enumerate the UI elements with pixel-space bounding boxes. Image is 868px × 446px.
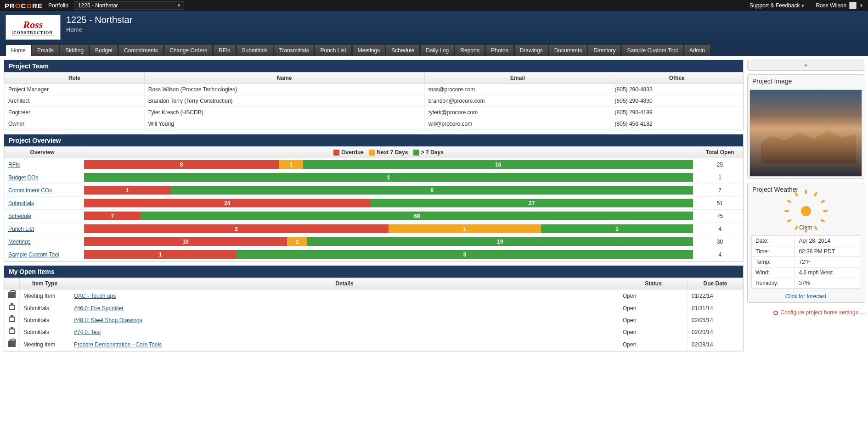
status-bar: 13 [84, 250, 693, 259]
status-bar: 2427 [84, 199, 693, 207]
open-items-header: My Open Items [4, 266, 743, 278]
topbar: PROCORE Portfolio 1225 - Northstar Suppo… [0, 0, 868, 11]
tab-schedule[interactable]: Schedule [386, 45, 420, 56]
tab-reports[interactable]: Reports [455, 45, 485, 56]
project-image-header: Project Image [748, 75, 864, 88]
tab-transmittals[interactable]: Transmittals [274, 45, 315, 56]
open-item-link[interactable]: #74.0: Test [74, 329, 101, 335]
overview-row: Submittals242751 [5, 197, 743, 210]
status-bar: 10119 [84, 237, 693, 246]
tab-admin[interactable]: Admin [684, 45, 710, 56]
user-menu[interactable]: Ross Wilson [810, 2, 847, 9]
open-item-link[interactable]: OAC - Touch ups [74, 293, 116, 299]
meeting-icon [8, 292, 16, 298]
tab-documents[interactable]: Documents [549, 45, 588, 56]
project-overview-panel: Project Overview Overview Overdue Next 7… [4, 134, 744, 262]
avatar[interactable] [849, 2, 857, 9]
tab-budget[interactable]: Budget [90, 45, 118, 56]
table-row: EngineerTyler Kresch (HSCDB)tylerk@proco… [5, 107, 743, 118]
overview-row: Schedule76875 [5, 210, 743, 223]
submittal-icon [9, 305, 15, 310]
overview-link[interactable]: Punch List [8, 226, 34, 232]
overview-row: Budget COs11 [5, 171, 743, 184]
overview-row: Commitment COs167 [5, 184, 743, 197]
tab-change-orders[interactable]: Change Orders [164, 45, 213, 56]
page-title: 1225 - Northstar [66, 15, 133, 25]
tab-emails[interactable]: Emails [32, 45, 59, 56]
submittal-icon [9, 329, 15, 334]
project-team-header: Project Team [4, 60, 743, 72]
main-tabs: HomeEmailsBiddingBudgetCommitmentsChange… [6, 45, 862, 56]
tab-submittals[interactable]: Submittals [237, 45, 273, 56]
legend-gt7-icon [413, 150, 419, 156]
overview-link[interactable]: Meetings [8, 239, 31, 245]
support-feedback-menu[interactable]: Support & Feedback▼ [744, 2, 810, 9]
open-item-row: Submittals#46.0: Fire SprinklerOpen01/31… [5, 302, 743, 314]
status-bar: 1 [84, 173, 693, 182]
tab-rfis[interactable]: RFIs [213, 45, 236, 56]
app-logo: PROCORE [5, 2, 43, 10]
open-item-link[interactable]: #46.0: Fire Sprinkler [74, 305, 124, 312]
chevron-down-icon: ▼ [800, 4, 805, 8]
forecast-link[interactable]: Click for forecast [748, 290, 864, 302]
status-bar: 211 [84, 224, 693, 233]
open-item-row: Meeting ItemOAC - Touch upsOpen01/22/14 [5, 290, 743, 302]
status-bar: 16 [84, 186, 693, 195]
open-item-link[interactable]: Procore Demonstration - Core Tools [74, 341, 162, 348]
project-weather-panel: Project Weather Clear Date:Apr 28, 2014T… [747, 183, 864, 303]
user-menu-chevron-icon[interactable]: ▼ [859, 3, 863, 8]
project-team-panel: Project Team RoleNameEmailOffice Project… [4, 60, 744, 130]
portfolio-link[interactable]: Portfolio [43, 2, 74, 9]
project-image[interactable] [750, 89, 862, 177]
total-open-col: Total Open [697, 147, 743, 158]
overview-row: RFIs811625 [5, 158, 743, 171]
overview-col: Overview [5, 147, 80, 158]
overview-link[interactable]: Budget COs [8, 174, 38, 181]
project-selector-value: 1225 - Northstar [78, 2, 118, 9]
legend-overdue-icon [333, 150, 339, 156]
project-overview-table: Overview Overdue Next 7 Days > 7 Days [4, 146, 743, 261]
open-item-link[interactable]: #48.0: Steel Shop Drawings [74, 317, 142, 323]
sidebar-collapse-button[interactable]: » [747, 60, 864, 71]
tab-directory[interactable]: Directory [588, 45, 621, 56]
configure-home-link[interactable]: Configure project home settings ... [747, 307, 864, 318]
tab-commitments[interactable]: Commitments [118, 45, 163, 56]
project-overview-header: Project Overview [4, 134, 743, 146]
overview-legend-col: Overdue Next 7 Days > 7 Days [80, 147, 697, 158]
table-row: ArchitectBrandon Terry (Terry Constructi… [5, 95, 743, 107]
project-team-table: RoleNameEmailOffice Project ManagerRoss … [4, 72, 743, 130]
overview-row: Sample Custom Tool134 [5, 248, 743, 261]
tab-meetings[interactable]: Meetings [352, 45, 386, 56]
gear-icon [773, 311, 778, 315]
open-item-row: Meeting ItemProcore Demonstration - Core… [5, 338, 743, 351]
meeting-icon [8, 340, 16, 347]
open-item-row: Submittals#48.0: Steel Shop DrawingsOpen… [5, 314, 743, 326]
table-row: Project ManagerRoss Wilson (Procore Tech… [5, 84, 743, 95]
weather-table: Date:Apr 28, 2014Time:02:36 PM PDTTemp:7… [751, 235, 860, 289]
tab-photos[interactable]: Photos [485, 45, 513, 56]
overview-link[interactable]: RFIs [8, 162, 20, 168]
overview-link[interactable]: Submittals [8, 200, 34, 206]
legend-next7-icon [369, 150, 375, 156]
overview-link[interactable]: Schedule [8, 213, 31, 219]
tab-daily-log[interactable]: Daily Log [420, 45, 454, 56]
open-items-panel: My Open Items Item TypeDetailsStatusDue … [4, 265, 744, 351]
table-row: OwnerWill Youngwill@procore.com(805) 456… [5, 118, 743, 130]
overview-row: Meetings1011930 [5, 235, 743, 248]
submittal-icon [9, 317, 15, 322]
tab-drawings[interactable]: Drawings [514, 45, 548, 56]
open-item-row: Submittals#74.0: TestOpen02/20/14 [5, 326, 743, 338]
weather-sun-icon [748, 196, 864, 224]
company-logo: Ross CONSTRUCTION [6, 15, 61, 40]
overview-row: Punch List2114 [5, 223, 743, 235]
open-items-table: Item TypeDetailsStatusDue Date Meeting I… [4, 278, 743, 351]
breadcrumb: Home [66, 26, 133, 33]
overview-link[interactable]: Commitment COs [8, 187, 52, 194]
project-header: Ross CONSTRUCTION 1225 - Northstar Home … [0, 11, 868, 56]
overview-link[interactable]: Sample Custom Tool [8, 251, 59, 258]
tab-home[interactable]: Home [6, 45, 31, 56]
project-selector[interactable]: 1225 - Northstar [74, 1, 184, 10]
tab-sample-custom-tool[interactable]: Sample Custom Tool [621, 45, 683, 56]
tab-bidding[interactable]: Bidding [60, 45, 89, 56]
tab-punch-list[interactable]: Punch List [315, 45, 351, 56]
